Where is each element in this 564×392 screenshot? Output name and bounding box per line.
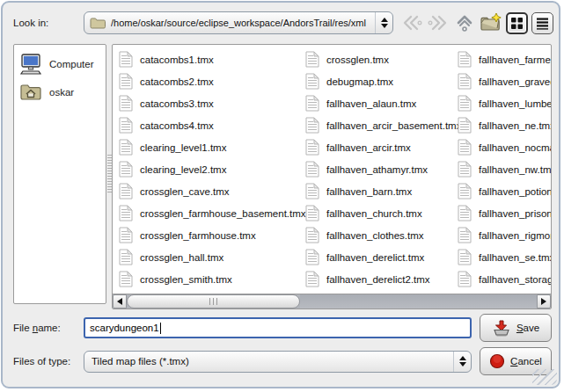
resize-grip[interactable] (532, 369, 557, 385)
document-icon (119, 73, 133, 90)
file-item[interactable]: fallhaven_nw.tmx (456, 158, 551, 180)
file-item[interactable]: crossglen_smith.tmx (117, 268, 304, 290)
place-oskar[interactable]: oskar (14, 79, 106, 105)
file-name-label: fallhaven_arcir_basement.tmx (326, 120, 461, 131)
scroll-left-button[interactable] (113, 294, 127, 309)
file-name-label: fallhaven_se.tmx (479, 252, 551, 263)
place-computer[interactable]: Computer (14, 49, 106, 79)
look-in-label: Look in: (13, 18, 84, 28)
file-name-label: fallhaven_farmer (479, 54, 551, 65)
document-icon (458, 51, 472, 68)
file-item[interactable]: fallhaven_ne.tmx (456, 114, 551, 136)
file-item[interactable]: crossglen_farmhouse.tmx (117, 224, 304, 246)
file-column-3: fallhaven_farmer (456, 48, 551, 294)
back-icon (401, 13, 422, 33)
file-name-label: fallhaven_rigmor (479, 230, 551, 241)
file-item[interactable]: clearing_level2.tmx (117, 158, 304, 180)
file-item[interactable]: catacombs1.tmx (117, 48, 304, 70)
file-name-label: fallhaven_nocma (479, 142, 551, 153)
file-item[interactable]: crossglen_hall.tmx (117, 246, 304, 268)
file-item[interactable]: fallhaven_prison (456, 202, 551, 224)
file-name-label: fallhaven_derelict.tmx (326, 252, 424, 263)
scroll-right-button[interactable] (537, 294, 551, 309)
grid-view-button[interactable] (506, 12, 528, 34)
file-item[interactable]: debugmap.tmx (304, 70, 456, 92)
file-name-input[interactable]: scarydungeon1 (84, 317, 472, 338)
document-icon (458, 249, 472, 265)
document-icon (305, 95, 319, 112)
document-icon (458, 227, 472, 243)
file-item[interactable]: fallhaven_farmer (456, 48, 551, 70)
document-icon (458, 271, 472, 287)
file-item[interactable]: fallhaven_arcir_basement.tmx (304, 114, 456, 136)
scrollbar-thumb[interactable] (127, 294, 300, 309)
document-icon (305, 227, 319, 243)
file-item[interactable]: fallhaven_rigmor (456, 224, 551, 246)
type-combo-spinner[interactable] (453, 352, 471, 372)
file-name-label: catacombs1.tmx (140, 54, 214, 65)
file-type-combobox[interactable]: Tiled map files (*.tmx) (84, 351, 472, 373)
file-name-label: crossglen_smith.tmx (140, 274, 232, 285)
list-view-button[interactable] (531, 12, 553, 34)
file-list-panel: catacombs1.tmx (112, 44, 552, 309)
back-button[interactable] (400, 11, 423, 34)
up-level-icon (454, 12, 475, 33)
forward-button[interactable] (427, 11, 450, 34)
file-name-value: scarydungeon1 (90, 323, 159, 333)
grid-view-icon (509, 16, 524, 31)
path-combobox[interactable]: /home/oskar/source/eclipse_workspace/And… (84, 11, 393, 34)
file-item[interactable]: fallhaven_lumber (456, 92, 551, 114)
document-icon (119, 205, 133, 221)
save-button[interactable]: Save (480, 314, 552, 342)
document-icon (305, 161, 319, 178)
file-column-1: catacombs1.tmx (117, 48, 304, 294)
file-name-label: debugmap.tmx (326, 76, 393, 87)
file-item[interactable]: fallhaven_clothes.tmx (304, 224, 456, 246)
forward-icon (428, 13, 449, 33)
file-name-label: fallhaven_alaun.tmx (326, 98, 416, 109)
save-icon (492, 320, 511, 337)
document-icon (119, 249, 133, 265)
path-combo-spinner[interactable] (375, 12, 392, 33)
file-grid: catacombs1.tmx (113, 45, 551, 294)
file-item[interactable]: crossglen.tmx (304, 48, 456, 70)
document-icon (458, 95, 472, 112)
up-level-button[interactable] (453, 11, 476, 34)
file-item[interactable]: fallhaven_arcir.tmx (304, 136, 456, 158)
place-label: Computer (49, 59, 94, 69)
file-item[interactable]: fallhaven_church.tmx (304, 202, 456, 224)
file-item[interactable]: fallhaven_potion (456, 180, 551, 202)
files-of-type-label: Files of type: (13, 356, 84, 367)
scrollbar-track[interactable] (300, 294, 537, 309)
file-name-label: fallhaven_athamyr.tmx (326, 164, 428, 175)
file-item[interactable]: fallhaven_derelict2.tmx (304, 268, 456, 290)
arrow-left-icon (117, 298, 122, 305)
file-item[interactable]: crossglen_farmhouse_basement.tmx (117, 202, 304, 224)
file-item[interactable]: fallhaven_alaun.tmx (304, 92, 456, 114)
file-name-label: fallhaven_arcir.tmx (326, 142, 411, 153)
file-item[interactable]: fallhaven_barn.tmx (304, 180, 456, 202)
file-item[interactable]: fallhaven_graved (456, 70, 551, 92)
file-item[interactable]: crossglen_cave.tmx (117, 180, 304, 202)
document-icon (458, 139, 472, 156)
file-item[interactable]: fallhaven_nocma (456, 136, 551, 158)
home-folder-icon (19, 83, 42, 101)
document-icon (458, 161, 472, 178)
file-item[interactable]: catacombs4.tmx (117, 114, 304, 136)
file-item[interactable]: catacombs2.tmx (117, 70, 304, 92)
file-name-label: catacombs2.tmx (140, 76, 214, 87)
document-icon (458, 73, 472, 90)
file-item[interactable]: fallhaven_athamyr.tmx (304, 158, 456, 180)
new-folder-icon (480, 12, 502, 33)
file-name-label: fallhaven_potion (479, 186, 551, 197)
file-item[interactable]: fallhaven_storag (456, 268, 551, 290)
file-name-label: fallhaven_clothes.tmx (326, 230, 424, 241)
document-icon (305, 73, 319, 90)
new-folder-button[interactable] (480, 11, 502, 34)
file-name-label: clearing_level1.tmx (140, 142, 226, 153)
file-item[interactable]: fallhaven_se.tmx (456, 246, 551, 268)
file-item[interactable]: catacombs3.tmx (117, 92, 304, 114)
file-item[interactable]: clearing_level1.tmx (117, 136, 304, 158)
file-item[interactable]: fallhaven_derelict.tmx (304, 246, 456, 268)
horizontal-scrollbar[interactable] (113, 294, 551, 309)
